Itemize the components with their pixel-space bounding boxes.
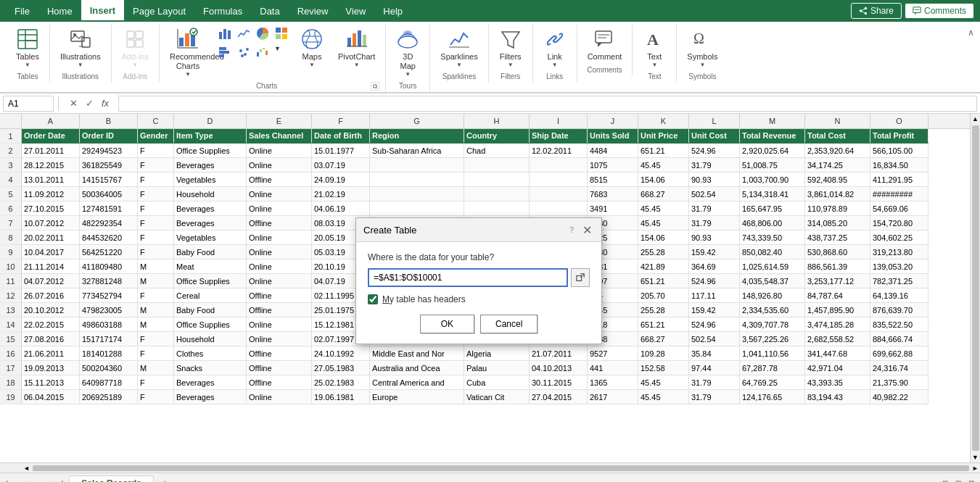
cell-B3[interactable]: 361825549	[80, 158, 138, 173]
cell-D5[interactable]: Household	[174, 187, 247, 201]
cell-A9[interactable]: 10.04.2017	[22, 245, 80, 259]
cell-J2[interactable]: 4484	[588, 144, 638, 158]
page-layout-view-button[interactable]: ⊟	[952, 478, 964, 482]
cell-B7[interactable]: 482292354	[80, 216, 138, 230]
cell-C13[interactable]: M	[138, 303, 174, 317]
cell-A15[interactable]: 27.08.2016	[22, 332, 80, 346]
tab-home[interactable]: Home	[38, 0, 81, 22]
col-header-h[interactable]: H	[464, 114, 530, 128]
cell-K16[interactable]: 109.28	[638, 346, 689, 361]
cell-N3[interactable]: 34,174.25	[805, 158, 870, 173]
cell-A8[interactable]: 20.02.2011	[22, 230, 80, 245]
col-header-a[interactable]: A	[22, 114, 80, 128]
cell-A19[interactable]: 06.04.2015	[22, 390, 80, 404]
cell-M13[interactable]: 2,334,535.60	[740, 303, 805, 317]
cell-K18[interactable]: 45.45	[638, 375, 689, 390]
cell-O4[interactable]: 411,291.95	[870, 173, 928, 187]
cell-O17[interactable]: 24,316.74	[870, 361, 928, 375]
pie-chart-button[interactable]	[254, 25, 271, 42]
cell-C14[interactable]: M	[138, 317, 174, 332]
cell-M10[interactable]: 1,025,614.59	[740, 259, 805, 274]
cell-C3[interactable]: F	[138, 158, 174, 173]
cell-E19[interactable]: Online	[247, 390, 312, 404]
cell-N15[interactable]: 2,682,558.52	[805, 332, 870, 346]
col-header-o[interactable]: O	[870, 114, 928, 128]
cell-H3[interactable]	[464, 158, 530, 173]
cell-B16[interactable]: 181401288	[80, 346, 138, 361]
cell-i1[interactable]: Ship Date	[530, 129, 588, 144]
col-header-g[interactable]: G	[370, 114, 464, 128]
cell-E17[interactable]: Offline	[247, 361, 312, 375]
cell-D17[interactable]: Snacks	[174, 361, 247, 375]
cell-L18[interactable]: 31.79	[689, 375, 740, 390]
cell-O14[interactable]: 835,522.50	[870, 317, 928, 332]
maps-button[interactable]: Maps ▼	[296, 25, 328, 71]
cell-L17[interactable]: 97.44	[689, 361, 740, 375]
cell-F4[interactable]: 24.09.19	[312, 173, 370, 187]
cell-e1[interactable]: Sales Channel	[247, 129, 312, 144]
cell-L13[interactable]: 159.42	[689, 303, 740, 317]
cell-O6[interactable]: 54,669.06	[870, 201, 928, 216]
cell-I16[interactable]: 21.07.2011	[530, 346, 588, 361]
cell-B2[interactable]: 292494523	[80, 144, 138, 158]
cell-E6[interactable]: Online	[247, 201, 312, 216]
cell-E5[interactable]: Online	[247, 187, 312, 201]
cell-J5[interactable]: 7683	[588, 187, 638, 201]
cell-L11[interactable]: 524.96	[689, 274, 740, 288]
text-button[interactable]: A Text ▼	[638, 25, 670, 71]
cell-M8[interactable]: 743,339.50	[740, 230, 805, 245]
cell-O13[interactable]: 876,639.70	[870, 303, 928, 317]
cell-k1[interactable]: Unit Price	[638, 129, 689, 144]
formula-input[interactable]	[118, 96, 977, 112]
cell-N4[interactable]: 592,408.95	[805, 173, 870, 187]
cell-E11[interactable]: Online	[247, 274, 312, 288]
col-header-d[interactable]: D	[174, 114, 247, 128]
cell-L16[interactable]: 35.84	[689, 346, 740, 361]
cell-F16[interactable]: 24.10.1992	[312, 346, 370, 361]
cell-O9[interactable]: 319,213.80	[870, 245, 928, 259]
cell-A10[interactable]: 21.11.2014	[22, 259, 80, 274]
cell-O18[interactable]: 21,375.90	[870, 375, 928, 390]
cell-N2[interactable]: 2,353,920.64	[805, 144, 870, 158]
cell-F3[interactable]: 03.07.19	[312, 158, 370, 173]
cell-N13[interactable]: 1,457,895.90	[805, 303, 870, 317]
cell-J16[interactable]: 9527	[588, 346, 638, 361]
cell-O7[interactable]: 154,720.80	[870, 216, 928, 230]
cell-G19[interactable]: Europe	[370, 390, 464, 404]
cell-C7[interactable]: F	[138, 216, 174, 230]
cell-d1[interactable]: Item Type	[174, 129, 247, 144]
cell-C12[interactable]: F	[138, 288, 174, 303]
cell-A13[interactable]: 20.10.2012	[22, 303, 80, 317]
sheet-tab-sales-records[interactable]: Sales Records	[69, 475, 154, 482]
cell-A17[interactable]: 19.09.2013	[22, 361, 80, 375]
cell-N16[interactable]: 341,447.68	[805, 346, 870, 361]
cell-M2[interactable]: 2,920,025.64	[740, 144, 805, 158]
cell-K6[interactable]: 45.45	[638, 201, 689, 216]
cell-g1[interactable]: Region	[370, 129, 464, 144]
cell-E8[interactable]: Online	[247, 230, 312, 245]
cell-F6[interactable]: 04.06.19	[312, 201, 370, 216]
comment-button[interactable]: Comment	[583, 25, 627, 65]
cell-C11[interactable]: M	[138, 274, 174, 288]
cell-N6[interactable]: 110,978.89	[805, 201, 870, 216]
cell-H2[interactable]: Chad	[464, 144, 530, 158]
cell-I18[interactable]: 30.11.2015	[530, 375, 588, 390]
cell-M11[interactable]: 4,035,548.37	[740, 274, 805, 288]
cell-H17[interactable]: Palau	[464, 361, 530, 375]
col-header-l[interactable]: L	[689, 114, 740, 128]
cell-E9[interactable]: Online	[247, 245, 312, 259]
cell-B4[interactable]: 141515767	[80, 173, 138, 187]
column-chart-button[interactable]	[216, 25, 234, 42]
cell-K5[interactable]: 668.27	[638, 187, 689, 201]
cell-E13[interactable]: Offline	[247, 303, 312, 317]
cell-G5[interactable]	[370, 187, 464, 201]
cell-B6[interactable]: 127481591	[80, 201, 138, 216]
cell-J18[interactable]: 1365	[588, 375, 638, 390]
col-header-m[interactable]: M	[740, 114, 805, 128]
cell-J3[interactable]: 1075	[588, 158, 638, 173]
tables-button[interactable]: Tables ▼	[12, 25, 44, 71]
cell-A7[interactable]: 10.07.2012	[22, 216, 80, 230]
cell-C9[interactable]: F	[138, 245, 174, 259]
cell-B12[interactable]: 773452794	[80, 288, 138, 303]
cell-M16[interactable]: 1,041,110.56	[740, 346, 805, 361]
